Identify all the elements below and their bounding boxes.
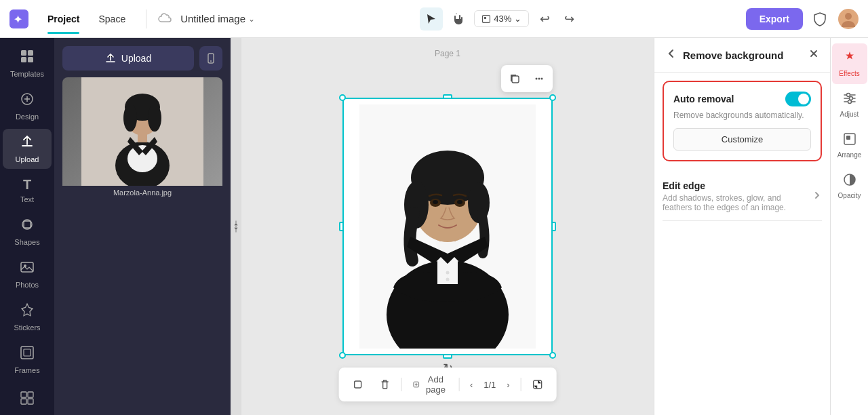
svg-rect-56 xyxy=(846,136,850,140)
effects-icon xyxy=(842,50,857,68)
select-tool-button[interactable] xyxy=(420,7,443,31)
svg-point-28 xyxy=(123,104,137,132)
frames-label: Frames xyxy=(14,366,39,374)
copy-frame-button[interactable] xyxy=(347,376,369,393)
svg-rect-30 xyxy=(138,132,147,142)
upload-button[interactable]: Upload xyxy=(62,46,194,71)
svg-rect-7 xyxy=(28,50,33,56)
logo[interactable]: ✦ xyxy=(8,8,30,30)
frames-icon xyxy=(20,345,35,363)
stickers-icon xyxy=(20,302,35,321)
page-indicator: 1/1 xyxy=(484,380,496,390)
zoom-control[interactable]: 43% ⌄ xyxy=(474,10,529,27)
svg-point-47 xyxy=(446,271,450,275)
sidebar-item-shapes[interactable]: Shapes xyxy=(3,212,52,252)
text-icon: T xyxy=(23,177,31,193)
collapse-handle[interactable] xyxy=(231,38,241,415)
handle-middle-right[interactable] xyxy=(551,222,556,231)
toolbar-divider3 xyxy=(521,378,521,391)
main-layout: Templates Design Upload T Text Shapes xyxy=(0,38,868,415)
handle-top-left[interactable] xyxy=(339,94,346,101)
sidebar-item-upload[interactable]: Upload xyxy=(3,129,52,169)
delete-button[interactable] xyxy=(374,376,396,393)
handle-top-middle[interactable] xyxy=(443,94,452,99)
handle-top-right[interactable] xyxy=(549,94,556,101)
edit-edge-desc: Add shadows, strokes, glow, and feathers… xyxy=(663,193,812,212)
cloud-icon xyxy=(157,12,172,26)
page-prev-button[interactable]: ‹ xyxy=(465,377,478,393)
upload-label: Upload xyxy=(16,155,39,163)
handle-bottom-right[interactable] xyxy=(549,352,556,359)
effects-label: Effects xyxy=(839,70,859,77)
right-icon-arrange[interactable]: Arrange xyxy=(832,125,867,165)
customize-button[interactable]: Customize xyxy=(673,128,811,151)
export-button[interactable]: Export xyxy=(746,8,803,30)
svg-rect-17 xyxy=(21,392,26,397)
page-nav: ‹ 1/1 › xyxy=(465,377,515,393)
design-icon xyxy=(20,92,35,110)
sidebar-item-frames[interactable]: Frames xyxy=(3,340,52,380)
left-sidebar: Templates Design Upload T Text Shapes xyxy=(0,38,54,415)
adjust-label: Adjust xyxy=(840,111,859,118)
arrange-icon xyxy=(842,132,857,150)
sidebar-item-design[interactable]: Design xyxy=(3,86,52,126)
title-area: Untitled image ⌄ xyxy=(180,13,255,24)
resize-button[interactable] xyxy=(526,376,548,393)
device-button[interactable] xyxy=(199,46,222,71)
sidebar-item-photos[interactable]: Photos xyxy=(3,254,52,294)
canvas-copy-button[interactable] xyxy=(504,68,526,90)
upload-actions: Upload xyxy=(62,46,222,71)
sidebar-item-text[interactable]: T Text xyxy=(3,172,52,209)
user-avatar[interactable] xyxy=(837,7,860,31)
redo-button[interactable]: ↪ xyxy=(557,7,580,31)
photos-label: Photos xyxy=(16,281,39,289)
auto-removal-toggle[interactable] xyxy=(785,92,811,106)
svg-rect-19 xyxy=(21,399,26,404)
page-label: Page 1 xyxy=(435,49,460,58)
canvas-more-button[interactable] xyxy=(528,68,550,90)
edit-edge-header[interactable]: Edit edge Add shadows, strokes, glow, an… xyxy=(663,180,822,212)
undo-button[interactable]: ↩ xyxy=(533,7,556,31)
shield-button[interactable] xyxy=(808,7,831,31)
auto-removal-title: Auto removal xyxy=(673,94,734,104)
topbar-tools: 43% ⌄ ↩ ↪ xyxy=(420,7,580,31)
adjust-icon xyxy=(842,91,857,109)
svg-rect-3 xyxy=(484,16,486,18)
svg-rect-13 xyxy=(21,262,33,272)
right-icon-effects[interactable]: Effects xyxy=(832,43,867,84)
canvas-area: Page 1 xyxy=(241,38,654,415)
svg-point-45 xyxy=(433,200,438,204)
effects-back-button[interactable] xyxy=(665,47,677,62)
title-chevron-icon[interactable]: ⌄ xyxy=(248,14,255,24)
toolbar-divider xyxy=(401,378,402,391)
svg-rect-18 xyxy=(28,392,33,397)
handle-middle-left[interactable] xyxy=(339,222,344,231)
svg-point-48 xyxy=(446,278,450,281)
templates-icon xyxy=(20,49,35,67)
zoom-level: 43% xyxy=(494,14,511,24)
nav-space[interactable]: Space xyxy=(89,9,135,28)
hand-tool-button[interactable] xyxy=(447,7,470,31)
right-icon-bar: Effects Adjust Arrange Opacity xyxy=(830,38,868,415)
topbar-right: Export xyxy=(746,7,860,31)
page-next-button[interactable]: › xyxy=(501,377,515,393)
nav-project[interactable]: Project xyxy=(38,9,89,28)
upload-image-card[interactable]: Added xyxy=(62,77,222,199)
right-icon-opacity[interactable]: Opacity xyxy=(832,165,867,206)
photos-icon xyxy=(20,260,35,278)
handle-bottom-left[interactable] xyxy=(339,352,346,359)
right-icon-adjust[interactable]: Adjust xyxy=(832,84,867,125)
sidebar-item-stickers[interactable]: Stickers xyxy=(3,297,52,337)
opacity-icon xyxy=(842,172,857,191)
handle-bottom-middle[interactable] xyxy=(443,354,452,359)
edit-edge-info: Edit edge Add shadows, strokes, glow, an… xyxy=(663,180,812,212)
effects-close-button[interactable] xyxy=(808,48,819,62)
add-page-button[interactable]: Add page xyxy=(407,372,453,397)
svg-rect-6 xyxy=(21,50,26,56)
sidebar-item-templates[interactable]: Templates xyxy=(3,43,52,83)
document-title[interactable]: Untitled image xyxy=(180,13,245,24)
sidebar-item-more[interactable] xyxy=(3,385,52,414)
svg-rect-15 xyxy=(21,347,33,359)
canvas-image-container[interactable]: ↻ xyxy=(342,98,553,355)
edit-edge-chevron-icon xyxy=(812,191,822,202)
